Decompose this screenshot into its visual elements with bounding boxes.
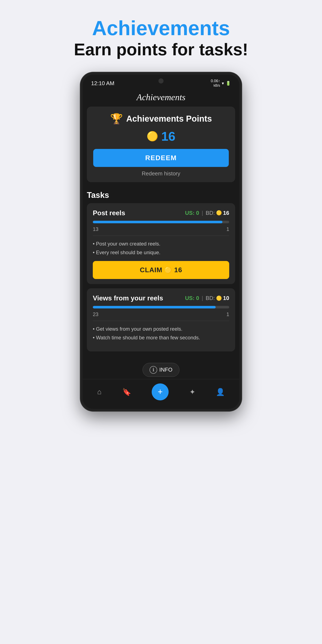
task-bd-coin: 🟡 xyxy=(216,210,222,216)
points-card: 🏆 Achievements Points 🟡 16 REDEEM Redeem… xyxy=(87,106,235,182)
page-title: Achievements xyxy=(74,17,248,40)
status-time: 12:10 AM xyxy=(91,80,114,87)
progress-bar-container-2 xyxy=(93,306,229,308)
trophy-icon: 🏆 xyxy=(110,113,123,125)
claim-label: CLAIM xyxy=(140,266,162,274)
page-header: Achievements Earn points for tasks! xyxy=(70,0,252,72)
task-bd-2: BD: 🟡 10 xyxy=(206,295,229,302)
task-divider: | xyxy=(202,210,203,216)
coin-icon: 🟡 xyxy=(146,131,158,142)
task-header-2: Views from your reels US: 0 | BD: 🟡 10 xyxy=(93,294,229,302)
nav-points[interactable]: ✦ xyxy=(190,388,195,396)
wifi-icon: ▾ xyxy=(222,81,224,86)
task-bd-num: 16 xyxy=(223,210,229,216)
task-rewards: US: 0 | BD: 🟡 16 xyxy=(185,210,230,216)
info-button[interactable]: ℹ INFO xyxy=(142,363,180,377)
home-icon: ⌂ xyxy=(97,388,102,396)
task-rule-2-2: • Watch time should be more than few sec… xyxy=(93,334,229,342)
profile-icon: 👤 xyxy=(216,388,225,396)
app-content: 🏆 Achievements Points 🟡 16 REDEEM Redeem… xyxy=(82,106,240,360)
progress-numbers-2: 23 1 xyxy=(93,312,229,321)
task-card-post-reels: Post reels US: 0 | BD: 🟡 16 13 1 xyxy=(87,203,235,284)
progress-left-2: 23 xyxy=(93,312,98,317)
task-divider-2: | xyxy=(202,295,203,302)
app-title: Achievements xyxy=(87,92,235,102)
status-icons: 0.06↑ kB/s ▾ 🔋 xyxy=(211,79,231,88)
points-value: 🟡 16 xyxy=(93,129,229,144)
claim-points: 16 xyxy=(174,266,182,274)
progress-left: 13 xyxy=(93,226,98,232)
points-number: 16 xyxy=(161,129,176,144)
battery-icon: 🔋 xyxy=(226,81,231,86)
info-area: ℹ INFO xyxy=(82,360,240,377)
claim-button-post-reels[interactable]: CLAIM 🟡 16 xyxy=(93,261,229,279)
task-bd-num-2: 10 xyxy=(223,295,229,302)
page-subtitle: Earn points for tasks! xyxy=(74,40,248,60)
task-us: US: 0 xyxy=(185,210,199,216)
app-header: Achievements xyxy=(82,90,240,106)
points-icon: ✦ xyxy=(190,388,195,396)
nav-home[interactable]: ⌂ xyxy=(97,388,102,396)
phone-mockup: 12:10 AM 0.06↑ kB/s ▾ 🔋 Achievements 🏆 A… xyxy=(80,72,242,411)
points-card-label: Achievements Points xyxy=(126,114,212,124)
task-rules-2: • Get views from your own posted reels. … xyxy=(93,325,229,342)
task-rules: • Post your own created reels. • Every r… xyxy=(93,240,229,257)
task-bd: BD: 🟡 16 xyxy=(206,210,229,216)
points-card-title: 🏆 Achievements Points xyxy=(93,113,229,125)
progress-bar-fill-2 xyxy=(93,306,216,308)
task-rule-2-1: • Get views from your own posted reels. xyxy=(93,325,229,334)
progress-bar-container xyxy=(93,221,229,223)
saved-icon: 🔖 xyxy=(122,388,131,396)
status-speed: 0.06↑ kB/s xyxy=(211,79,220,88)
task-rule-1: • Post your own created reels. xyxy=(93,240,229,248)
redeem-button[interactable]: REDEEM xyxy=(93,149,229,167)
progress-bar-fill xyxy=(93,221,222,223)
info-icon: ℹ xyxy=(150,366,157,374)
task-header: Post reels US: 0 | BD: 🟡 16 xyxy=(93,209,229,217)
claim-coin-icon: 🟡 xyxy=(164,266,172,274)
progress-right: 1 xyxy=(226,226,229,232)
task-bd-coin-2: 🟡 xyxy=(216,296,222,301)
task-card-views-reels: Views from your reels US: 0 | BD: 🟡 10 2… xyxy=(87,288,235,352)
nav-create-button[interactable]: + xyxy=(152,384,169,400)
camera-cutout xyxy=(158,78,164,84)
info-label: INFO xyxy=(159,366,172,373)
bottom-nav: ⌂ 🔖 + ✦ 👤 xyxy=(82,379,240,402)
progress-right-2: 1 xyxy=(226,312,229,317)
redeem-history-link[interactable]: Redeem history xyxy=(93,170,229,177)
nav-profile[interactable]: 👤 xyxy=(216,388,225,396)
task-us-2: US: 0 xyxy=(185,295,199,302)
task-rule-2: • Every reel should be unique. xyxy=(93,248,229,257)
task-name: Post reels xyxy=(93,209,125,217)
nav-saved[interactable]: 🔖 xyxy=(122,388,131,396)
status-bar: 12:10 AM 0.06↑ kB/s ▾ 🔋 xyxy=(82,74,240,90)
task-name-2: Views from your reels xyxy=(93,294,163,302)
tasks-section-label: Tasks xyxy=(87,188,235,203)
task-rewards-2: US: 0 | BD: 🟡 10 xyxy=(185,295,230,302)
create-icon: + xyxy=(158,387,163,396)
progress-numbers: 13 1 xyxy=(93,226,229,236)
